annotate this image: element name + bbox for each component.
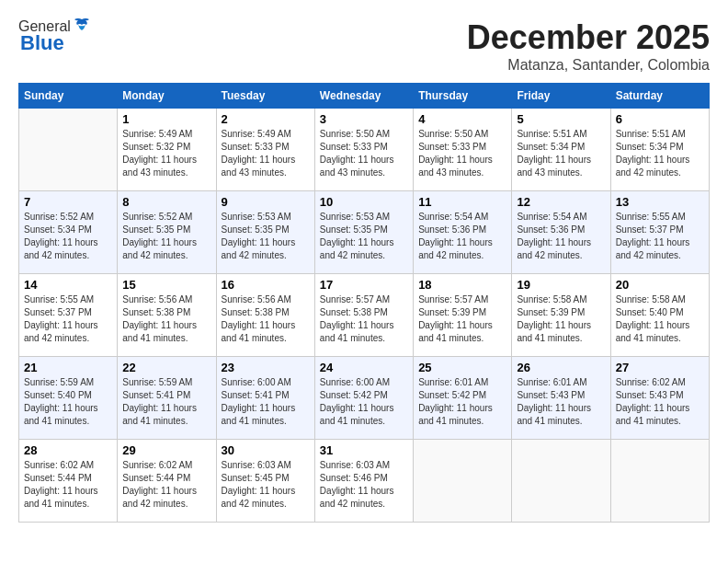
calendar-cell: 13Sunrise: 5:55 AMSunset: 5:37 PMDayligh… [610, 191, 709, 274]
calendar-cell: 31Sunrise: 6:03 AMSunset: 5:46 PMDayligh… [314, 440, 413, 523]
weekday-header-thursday: Thursday [414, 84, 512, 109]
calendar-cell [512, 440, 610, 523]
weekday-header-wednesday: Wednesday [314, 84, 413, 109]
day-info: Sunrise: 5:53 AMSunset: 5:35 PMDaylight:… [222, 211, 310, 262]
calendar-cell: 15Sunrise: 5:56 AMSunset: 5:38 PMDayligh… [118, 274, 216, 357]
day-number: 11 [418, 195, 506, 209]
day-number: 7 [24, 195, 112, 209]
calendar-cell: 27Sunrise: 6:02 AMSunset: 5:43 PMDayligh… [610, 357, 709, 440]
week-row-4: 21Sunrise: 5:59 AMSunset: 5:40 PMDayligh… [19, 357, 710, 440]
calendar-cell: 29Sunrise: 6:02 AMSunset: 5:44 PMDayligh… [118, 440, 216, 523]
day-number: 29 [122, 443, 210, 457]
day-number: 10 [320, 195, 408, 209]
weekday-header-tuesday: Tuesday [216, 84, 314, 109]
day-info: Sunrise: 5:50 AMSunset: 5:33 PMDaylight:… [418, 128, 506, 179]
day-info: Sunrise: 5:55 AMSunset: 5:37 PMDaylight:… [24, 293, 112, 345]
day-number: 14 [24, 278, 112, 292]
calendar-cell: 12Sunrise: 5:54 AMSunset: 5:36 PMDayligh… [512, 191, 610, 274]
day-number: 9 [222, 195, 310, 209]
day-number: 15 [122, 278, 210, 292]
day-info: Sunrise: 5:59 AMSunset: 5:40 PMDaylight:… [24, 376, 112, 428]
day-number: 28 [24, 443, 112, 457]
weekday-header-row: SundayMondayTuesdayWednesdayThursdayFrid… [19, 84, 710, 109]
day-number: 4 [418, 112, 506, 126]
day-info: Sunrise: 6:00 AMSunset: 5:42 PMDaylight:… [320, 376, 408, 428]
day-number: 3 [320, 112, 408, 126]
week-row-5: 28Sunrise: 6:02 AMSunset: 5:44 PMDayligh… [19, 440, 710, 523]
calendar-cell: 7Sunrise: 5:52 AMSunset: 5:34 PMDaylight… [19, 191, 118, 274]
calendar-cell: 21Sunrise: 5:59 AMSunset: 5:40 PMDayligh… [19, 357, 118, 440]
day-number: 25 [418, 361, 506, 374]
calendar-cell: 11Sunrise: 5:54 AMSunset: 5:36 PMDayligh… [414, 191, 512, 274]
day-info: Sunrise: 5:51 AMSunset: 5:34 PMDaylight:… [517, 128, 605, 179]
day-number: 13 [616, 195, 704, 209]
weekday-header-sunday: Sunday [19, 84, 118, 109]
calendar-cell: 5Sunrise: 5:51 AMSunset: 5:34 PMDaylight… [512, 109, 610, 191]
calendar-cell: 30Sunrise: 6:03 AMSunset: 5:45 PMDayligh… [216, 440, 314, 523]
day-number: 12 [517, 195, 605, 209]
calendar-cell: 18Sunrise: 5:57 AMSunset: 5:39 PMDayligh… [414, 274, 512, 357]
day-number: 6 [616, 112, 704, 126]
calendar-cell [610, 440, 709, 523]
day-number: 2 [222, 112, 310, 126]
calendar-cell: 6Sunrise: 5:51 AMSunset: 5:34 PMDaylight… [610, 109, 709, 191]
day-number: 22 [122, 361, 210, 374]
calendar-cell: 26Sunrise: 6:01 AMSunset: 5:43 PMDayligh… [512, 357, 610, 440]
calendar-cell: 9Sunrise: 5:53 AMSunset: 5:35 PMDaylight… [216, 191, 314, 274]
day-number: 31 [320, 443, 408, 457]
day-info: Sunrise: 5:58 AMSunset: 5:40 PMDaylight:… [616, 293, 704, 345]
day-info: Sunrise: 5:57 AMSunset: 5:38 PMDaylight:… [320, 293, 408, 345]
day-info: Sunrise: 5:56 AMSunset: 5:38 PMDaylight:… [122, 293, 210, 345]
week-row-2: 7Sunrise: 5:52 AMSunset: 5:34 PMDaylight… [19, 191, 710, 274]
day-info: Sunrise: 5:58 AMSunset: 5:39 PMDaylight:… [517, 293, 605, 345]
day-number: 24 [320, 361, 408, 374]
day-info: Sunrise: 5:52 AMSunset: 5:34 PMDaylight:… [24, 211, 112, 262]
calendar-cell: 2Sunrise: 5:49 AMSunset: 5:33 PMDaylight… [216, 109, 314, 191]
day-info: Sunrise: 5:59 AMSunset: 5:41 PMDaylight:… [122, 376, 210, 428]
calendar-cell: 4Sunrise: 5:50 AMSunset: 5:33 PMDaylight… [414, 109, 512, 191]
day-number: 30 [222, 443, 310, 457]
day-number: 8 [122, 195, 210, 209]
weekday-header-saturday: Saturday [610, 84, 709, 109]
day-number: 5 [517, 112, 605, 126]
day-info: Sunrise: 5:56 AMSunset: 5:38 PMDaylight:… [222, 293, 310, 345]
calendar-cell: 17Sunrise: 5:57 AMSunset: 5:38 PMDayligh… [314, 274, 413, 357]
day-number: 17 [320, 278, 408, 292]
day-number: 1 [122, 112, 210, 126]
day-info: Sunrise: 6:02 AMSunset: 5:43 PMDaylight:… [616, 376, 704, 428]
day-info: Sunrise: 6:01 AMSunset: 5:43 PMDaylight:… [517, 376, 605, 428]
day-info: Sunrise: 5:54 AMSunset: 5:36 PMDaylight:… [517, 211, 605, 262]
calendar-cell: 20Sunrise: 5:58 AMSunset: 5:40 PMDayligh… [610, 274, 709, 357]
week-row-1: 1Sunrise: 5:49 AMSunset: 5:32 PMDaylight… [19, 109, 710, 191]
logo-bird-icon [73, 17, 91, 32]
title-area: December 2025 Matanza, Santander, Colomb… [467, 18, 710, 74]
day-info: Sunrise: 5:49 AMSunset: 5:32 PMDaylight:… [122, 128, 210, 179]
day-info: Sunrise: 6:02 AMSunset: 5:44 PMDaylight:… [24, 459, 112, 511]
day-info: Sunrise: 6:01 AMSunset: 5:42 PMDaylight:… [418, 376, 506, 428]
location-subtitle: Matanza, Santander, Colombia [467, 57, 710, 74]
calendar-cell: 10Sunrise: 5:53 AMSunset: 5:35 PMDayligh… [314, 191, 413, 274]
day-info: Sunrise: 5:57 AMSunset: 5:39 PMDaylight:… [418, 293, 506, 345]
day-info: Sunrise: 6:03 AMSunset: 5:45 PMDaylight:… [222, 459, 310, 511]
day-number: 20 [616, 278, 704, 292]
day-number: 21 [24, 361, 112, 374]
calendar-cell [19, 109, 118, 191]
day-info: Sunrise: 6:00 AMSunset: 5:41 PMDaylight:… [222, 376, 310, 428]
calendar-cell: 14Sunrise: 5:55 AMSunset: 5:37 PMDayligh… [19, 274, 118, 357]
day-info: Sunrise: 6:02 AMSunset: 5:44 PMDaylight:… [122, 459, 210, 511]
day-info: Sunrise: 5:54 AMSunset: 5:36 PMDaylight:… [418, 211, 506, 262]
calendar-cell: 22Sunrise: 5:59 AMSunset: 5:41 PMDayligh… [118, 357, 216, 440]
day-number: 23 [222, 361, 310, 374]
day-number: 19 [517, 278, 605, 292]
weekday-header-friday: Friday [512, 84, 610, 109]
day-info: Sunrise: 6:03 AMSunset: 5:46 PMDaylight:… [320, 459, 408, 511]
header: General Blue December 2025 Matanza, Sant… [18, 18, 710, 74]
day-info: Sunrise: 5:51 AMSunset: 5:34 PMDaylight:… [616, 128, 704, 179]
logo: General Blue [18, 18, 91, 55]
calendar-cell: 28Sunrise: 6:02 AMSunset: 5:44 PMDayligh… [19, 440, 118, 523]
day-info: Sunrise: 5:49 AMSunset: 5:33 PMDaylight:… [222, 128, 310, 179]
day-number: 26 [517, 361, 605, 374]
calendar-cell: 3Sunrise: 5:50 AMSunset: 5:33 PMDaylight… [314, 109, 413, 191]
calendar-cell: 19Sunrise: 5:58 AMSunset: 5:39 PMDayligh… [512, 274, 610, 357]
calendar-cell: 8Sunrise: 5:52 AMSunset: 5:35 PMDaylight… [118, 191, 216, 274]
